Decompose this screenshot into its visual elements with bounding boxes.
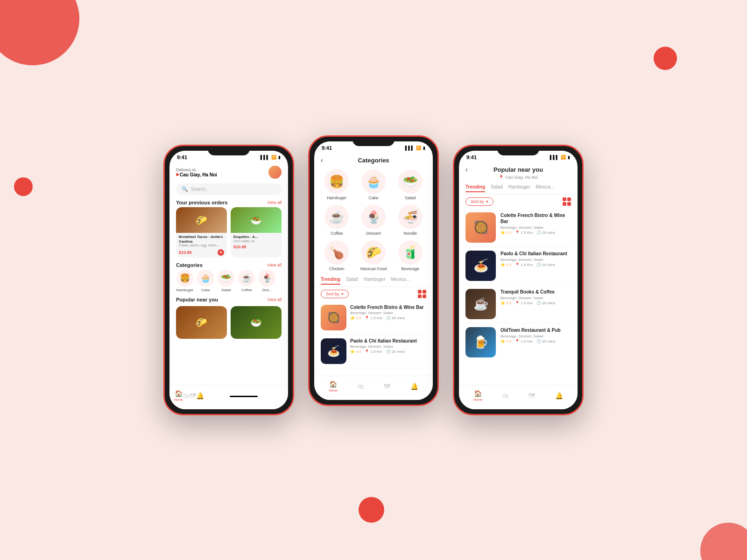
order-name-1: Breakfast Tacos - Anita's Cantina	[179, 235, 224, 244]
cat-label-salad: Salad	[221, 288, 231, 292]
cat-item-coffee[interactable]: ☕ Coffee	[238, 270, 255, 292]
tab-mexican-2[interactable]: Mexica...	[391, 277, 410, 285]
nav-map-2[interactable]: 🗺	[384, 383, 390, 390]
nav-shop-1[interactable]: 🛍	[183, 392, 190, 399]
categories-view-all[interactable]: View all	[267, 263, 282, 267]
nav-bell-1[interactable]: 🔔	[196, 392, 204, 399]
user-avatar[interactable]	[268, 166, 282, 179]
cat-grid-label-salad: Salad	[405, 196, 416, 200]
restaurant-list-2: 🥘 Colette French Bistro & Wine Bar Bever…	[314, 301, 433, 368]
shop-nav-icon-1: 🛍	[183, 392, 190, 399]
popular-card-1[interactable]: 🌮	[176, 306, 227, 339]
pop-rest-img-oldtown: 🍺	[465, 327, 496, 357]
sort-by-label-3: Sort by	[471, 199, 484, 204]
order-name-2: Esquites - A...	[233, 235, 279, 239]
cat-item-salad[interactable]: 🥗 Salad	[218, 270, 234, 292]
nav-home-3[interactable]: 🏠 Home	[473, 390, 482, 401]
pop-rest-dist-oldtown: 📍 1.5 Km	[515, 339, 533, 343]
pop-rest-card-colette[interactable]: 🥘 Colette French Bistro & Wine Bar Bever…	[465, 209, 571, 247]
tab-hamburger-2[interactable]: Hambuger	[364, 277, 386, 285]
rest-info-colette-2: Colette French Bistro & Wine Bar Beverag…	[350, 305, 426, 330]
bell-nav-icon-3: 🔔	[555, 392, 563, 399]
popular-view-all[interactable]: View all	[267, 297, 282, 302]
pop-rest-card-paolo[interactable]: 🍝 Paolo & Chi Italian Restaurant Beverag…	[465, 247, 571, 285]
add-to-cart-btn-1[interactable]: +	[218, 249, 224, 256]
home-indicator-1	[230, 396, 258, 397]
home-nav-icon-1: 🏠	[175, 390, 183, 397]
cat-grid-icon-salad: 🥗	[398, 169, 423, 194]
cat-item-dessert[interactable]: 🍨 Des...	[259, 270, 275, 292]
rest-info-paolo-2: Paolo & Chi Italian Restaurant Beverage,…	[350, 338, 426, 364]
cat-grid-coffee[interactable]: ☕ Coffee	[321, 205, 353, 236]
phone-popular-screen: 9:41 ▌▌▌ 🛜 ▮ ‹ Popular near you 📍 Cau Gi…	[459, 151, 578, 409]
cat-grid-label-chicken: Chicken	[329, 266, 345, 271]
pop-rest-rating-colette: ⭐ 4.5	[500, 231, 511, 235]
nav-map-3[interactable]: 🗺	[529, 392, 535, 399]
cat-item-hamburger[interactable]: 🍔 Hambuger	[176, 270, 193, 292]
back-button-2[interactable]: ‹	[321, 156, 323, 164]
map-nav-icon-2: 🗺	[384, 383, 390, 390]
search-bar-1[interactable]: 🔍 Search...	[176, 183, 282, 195]
pop-rest-card-oldtown[interactable]: 🍺 OldTown Restaurant & Pub Beverage, Des…	[465, 323, 571, 358]
order-price-2: $10.88	[233, 245, 247, 249]
search-placeholder-1: Search...	[191, 187, 210, 192]
cat-grid-salad[interactable]: 🥗 Salad	[394, 169, 426, 200]
popular-location: 📍 Cau Giay, Ha Noi	[459, 175, 578, 182]
cat-grid-noodle[interactable]: 🍜 Noodle	[394, 205, 426, 236]
grid-view-icon-3[interactable]	[563, 197, 571, 206]
categories-screen-content: ‹ Categories 🍔 Hambuger 🧁 Cake 🥗	[314, 153, 433, 398]
popular-card-2[interactable]: 🥗	[231, 306, 282, 339]
categories-screen-title: Categories	[358, 157, 389, 164]
cat-grid-label-cake: Cake	[368, 196, 378, 200]
restaurant-card-colette-2[interactable]: 🥘 Colette French Bistro & Wine Bar Bever…	[321, 301, 426, 335]
status-icons-2: ▌▌▌ 🛜 ▮	[405, 146, 425, 150]
rest-image-colette-2: 🥘	[321, 305, 346, 330]
filter-row-2: Sort by ▾	[314, 287, 433, 301]
tab-salad-3[interactable]: Salad	[491, 184, 503, 192]
cat-label-coffee: Coffee	[241, 288, 252, 292]
tab-trending-2[interactable]: Trending	[321, 277, 340, 285]
home-nav-label-1: Home	[174, 398, 183, 401]
notch-1	[208, 146, 250, 155]
back-button-3[interactable]: ‹	[465, 166, 468, 173]
notch-2	[352, 137, 395, 146]
restaurant-card-paolo-2[interactable]: 🍝 Paolo & Chi Italian Restaurant Beverag…	[321, 335, 426, 368]
pop-rest-dist-paolo: 📍 1.5 Km	[515, 263, 533, 267]
cat-grid-chicken[interactable]: 🍗 Chicken	[321, 240, 353, 271]
cat-grid-icon-mexican: 🌮	[361, 240, 386, 265]
cat-grid-label-hamburger: Hambuger	[327, 196, 346, 200]
nav-map-1[interactable]: 🗺	[190, 392, 196, 399]
cat-grid-hamburger[interactable]: 🍔 Hambuger	[321, 169, 353, 200]
prev-orders-view-all[interactable]: View all	[267, 200, 282, 205]
home-nav-label-2: Home	[329, 389, 338, 392]
grid-dot-1	[418, 290, 422, 294]
pop-rest-name-oldtown: OldTown Restaurant & Pub	[500, 327, 571, 333]
cat-grid-cake[interactable]: 🧁 Cake	[358, 169, 390, 200]
sort-by-button-3[interactable]: Sort by ▾	[465, 197, 493, 206]
tab-hamburger-3[interactable]: Hambuger	[508, 184, 530, 192]
nav-bell-2[interactable]: 🔔	[410, 383, 418, 390]
tab-salad-2[interactable]: Salad	[346, 277, 358, 285]
pop-rest-card-tranquil[interactable]: ☕ Tranquil Books & Coffee Beverage, Dess…	[465, 285, 571, 323]
cat-grid-mexican[interactable]: 🌮 Mexican Food	[358, 240, 390, 271]
cat-grid-dessert[interactable]: 🍨 Dessert	[358, 205, 390, 236]
rest-dist-colette-2: 📍 1.5 Km	[365, 316, 382, 320]
nav-home-2[interactable]: 🏠 Home	[329, 380, 338, 392]
grid-dot-3	[418, 294, 422, 298]
order-card-2[interactable]: 🥗 Esquites - A... Corn salad, ch... $10.…	[231, 207, 282, 258]
grid-view-icon-2[interactable]	[418, 290, 426, 298]
popular-screen-header: ‹ Popular near you	[459, 162, 578, 175]
nav-home-1[interactable]: 🏠 Home	[174, 390, 183, 401]
order-card-1[interactable]: 🌮 Breakfast Tacos - Anita's Cantina Pota…	[176, 207, 227, 258]
cat-grid-beverage[interactable]: 🧃 Beverage	[394, 240, 426, 271]
pop-rest-meta-colette: ⭐ 4.5 📍 1.5 Km 🕐 20 mins	[500, 231, 571, 235]
tab-mexican-3[interactable]: Mexica...	[536, 184, 555, 192]
nav-bell-3[interactable]: 🔔	[555, 392, 563, 399]
nav-shop-3[interactable]: 🛍	[502, 392, 509, 399]
sort-by-button-2[interactable]: Sort by ▾	[321, 290, 349, 298]
tab-trending-3[interactable]: Trending	[465, 184, 485, 192]
nav-shop-2[interactable]: 🛍	[358, 383, 364, 390]
cat-icon-hamburger: 🍔	[176, 270, 193, 287]
pop-rest-name-paolo: Paolo & Chi Italian Restaurant	[500, 251, 571, 257]
cat-item-cake[interactable]: 🧁 Cake	[197, 270, 214, 292]
